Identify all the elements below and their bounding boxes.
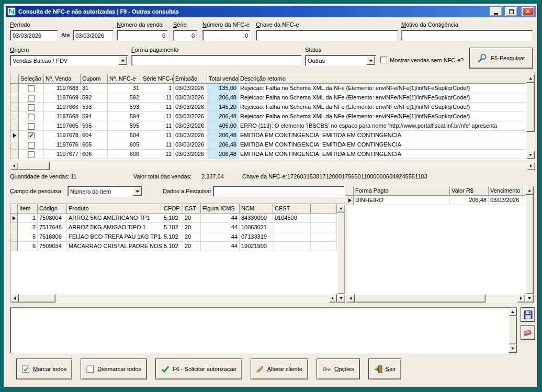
cell: 7517648 [38, 223, 67, 232]
table-row[interactable]: 11976695925921103/03/2026206,48Rejeicao:… [10, 93, 526, 103]
close-button[interactable]: ✕ [522, 7, 534, 16]
sair-button[interactable]: Sair [368, 359, 402, 379]
scroll-track[interactable] [525, 195, 534, 294]
f6-solicitar-autorizacao-button[interactable]: F6 - Solicitar autorização [155, 359, 242, 379]
cell: 593 [81, 103, 108, 112]
cell: 1197668 [44, 112, 81, 121]
scroll-up-button[interactable] [337, 204, 345, 212]
items-grid[interactable]: ItemCódigoProdutoCFOPCSTFigura ICMSNCMCE… [10, 204, 346, 303]
scroll-up-button[interactable] [525, 186, 534, 195]
forma-pagamento-input[interactable] [131, 55, 302, 66]
scroll-right-button[interactable] [329, 294, 337, 303]
memo-vscrollbar[interactable] [509, 308, 517, 353]
numero-nfce-input[interactable] [202, 30, 251, 41]
maximize-button[interactable] [505, 7, 517, 16]
periodo-to-input[interactable] [73, 30, 114, 41]
table-row[interactable]: 11976655955951103/03/2026405,00ERRO (113… [10, 121, 526, 131]
payments-grid-hscrollbar[interactable] [346, 294, 525, 303]
clear-button[interactable] [521, 325, 535, 340]
items-grid-hscrollbar[interactable] [10, 294, 337, 303]
scroll-left-button[interactable] [10, 294, 19, 303]
scroll-thumb[interactable] [525, 195, 534, 294]
table-row[interactable]: 11976833131103/03/2026135,00Rejeicao: Fa… [10, 84, 526, 93]
campo-pesquisa-select[interactable]: Número do item [67, 186, 143, 197]
scroll-track[interactable] [526, 83, 535, 151]
periodo-from-input[interactable] [10, 30, 58, 41]
scroll-track[interactable] [337, 212, 345, 294]
origem-select[interactable]: Vendas Balcão / PDV [10, 55, 128, 66]
marcar-todos-button[interactable]: Marcar todos [16, 359, 72, 379]
scroll-right-button[interactable] [517, 294, 525, 303]
scroll-down-button[interactable] [509, 344, 517, 353]
numero-venda-input[interactable] [117, 30, 168, 41]
origem-dropdown-button[interactable] [118, 56, 127, 65]
table-row[interactable]: 27517648ARROZ 5KG AMIGAO TIPO 15.1022044… [10, 223, 337, 232]
minimize-button[interactable] [490, 7, 502, 16]
row-checkbox[interactable] [28, 151, 35, 158]
dados-pesquisar-input[interactable] [213, 186, 345, 197]
arrow-down-icon [340, 297, 343, 299]
row-checkbox[interactable] [28, 123, 35, 130]
title-bar[interactable]: Consulta de NFC-e não autorizadas | F9 -… [6, 6, 536, 17]
scroll-down-button[interactable] [525, 294, 534, 303]
chave-nfce-input[interactable] [256, 30, 398, 41]
status-value: Outras [306, 56, 366, 65]
desmarcar-todos-button[interactable]: Desmarcar todos [81, 359, 147, 379]
row-checkbox[interactable] [28, 104, 35, 111]
scroll-up-button[interactable] [509, 308, 517, 316]
save-button[interactable] [521, 307, 535, 322]
table-row[interactable]: 11976766056051103/03/2026206,48EMITIDA E… [10, 140, 526, 150]
table-row[interactable]: 11976776066061103/03/2026206,48EMITIDA E… [10, 150, 526, 159]
scroll-track[interactable] [18, 162, 527, 170]
status-select[interactable]: Outras [305, 55, 376, 66]
table-row[interactable]: 57516806FEIJAO BCO TREPA PAU 1KG TP15.10… [10, 232, 337, 242]
row-checkbox[interactable] [28, 85, 35, 92]
cell [19, 84, 44, 93]
table-row[interactable]: 67509034MACARRAO CRISTAL PADRE NOSS5.102… [10, 242, 337, 251]
status-dropdown-button[interactable] [366, 56, 375, 65]
scroll-thumb[interactable] [526, 83, 535, 132]
scroll-up-button[interactable] [526, 74, 535, 83]
row-checkbox[interactable] [28, 95, 35, 102]
row-checkbox[interactable] [28, 114, 35, 120]
scroll-right-button[interactable] [527, 162, 535, 170]
dados-pesquisar-label: Dados a Pesquisar [163, 188, 211, 194]
message-area[interactable] [10, 307, 517, 353]
table-row[interactable]: 11976685945941103/03/2026206,48Rejeicao:… [10, 112, 526, 121]
scroll-thumb[interactable] [19, 294, 55, 303]
opcoes-button[interactable]: Opções [317, 359, 360, 379]
items-grid-vscrollbar[interactable] [337, 204, 345, 303]
payments-grid[interactable]: Forma PagtoValor R$VencimentoFDINHEIRO20… [346, 186, 534, 303]
app-icon [7, 7, 16, 16]
campo-pesquisa-dropdown-button[interactable] [133, 187, 142, 196]
row-checkbox[interactable] [28, 132, 35, 139]
scroll-thumb[interactable] [509, 316, 517, 344]
scroll-track[interactable] [509, 316, 517, 344]
sales-grid[interactable]: SeleçãoNº. VendaCupomNº. NFC-eSérie NFC-… [10, 74, 535, 160]
memo-content[interactable] [10, 308, 509, 353]
scroll-track[interactable] [355, 294, 517, 303]
scroll-down-button[interactable] [526, 151, 535, 159]
sales-grid-vscrollbar[interactable] [526, 74, 535, 159]
table-row[interactable]: DINHEIRO206,4803/03/2026 [346, 196, 525, 205]
scroll-down-button[interactable] [337, 294, 345, 303]
scroll-track[interactable] [19, 294, 329, 303]
alterar-cliente-button[interactable]: Alterar cliente [251, 359, 308, 379]
motivo-contingencia-input[interactable] [401, 30, 533, 41]
table-row[interactable]: 11976786046041103/03/2026206,48EMITIDA E… [10, 131, 526, 140]
scroll-left-button[interactable] [346, 294, 355, 303]
row-checkbox[interactable] [28, 142, 35, 149]
mostrar-sem-nfce-checkbox[interactable]: Mostrar vendas sem NFC-e? [380, 57, 464, 63]
f5-pesquisar-button[interactable]: F5-Pesquisar [469, 48, 533, 69]
footer-toolbar: Marcar todos Desmarcar todos F6 - Solici… [16, 359, 401, 379]
table-row[interactable]: 17508004ARROZ 5KG AMERICANO TP15.1022044… [10, 214, 337, 223]
scroll-thumb[interactable] [355, 294, 485, 303]
table-row[interactable]: 11976665935931103/03/2026145,20Rejeicao:… [10, 103, 526, 112]
sales-grid-hscrollbar[interactable] [10, 162, 535, 170]
serie-input[interactable] [173, 30, 197, 41]
scroll-thumb[interactable] [337, 212, 345, 294]
scroll-left-button[interactable] [10, 162, 18, 170]
payments-grid-vscrollbar[interactable] [525, 186, 534, 303]
scroll-thumb[interactable] [18, 162, 50, 170]
column-header: Nº. NFC-e [108, 74, 141, 84]
